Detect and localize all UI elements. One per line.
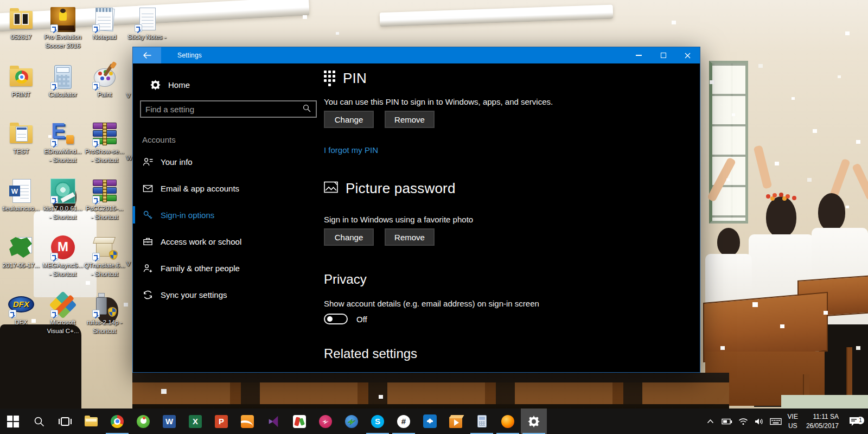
desktop-icon-rufus[interactable]: rufus-2.14p - Shortcut [84, 292, 126, 335]
desktop-icon-test-folder[interactable]: TEST [0, 121, 42, 156]
task-view-button[interactable] [52, 409, 78, 434]
desktop-icon-pscc-rar[interactable]: PsCC2015-... - Shortcut [84, 178, 126, 221]
sidebar-item-family-other-people[interactable]: Family & other people [133, 257, 324, 279]
sidebar-item-email-accounts[interactable]: Email & app accounts [133, 177, 324, 199]
speaker-icon [755, 418, 764, 425]
idm-icon [345, 415, 358, 428]
pin-description: You can use this PIN to sign in to Windo… [324, 97, 678, 106]
media-app-button[interactable] [286, 409, 312, 434]
file-explorer-button[interactable] [78, 409, 104, 434]
desktop-icon-052617[interactable]: 052617 [0, 7, 42, 41]
chrome-button[interactable] [104, 409, 130, 434]
word-icon: W [163, 415, 176, 428]
forgot-pin-link[interactable]: I forgot my PIN [324, 145, 378, 156]
picture-icon [324, 180, 338, 197]
account-details-toggle[interactable] [324, 314, 348, 324]
pin-section-title: PIN [324, 69, 678, 87]
calculator-app-icon [477, 415, 487, 427]
desktop-icon-dfx[interactable]: DFX DFX [0, 292, 42, 327]
tray-wifi-button[interactable] [735, 418, 751, 425]
clock[interactable]: 11:11 SA 26/05/2017 [806, 412, 839, 430]
tray-battery-button[interactable] [719, 418, 735, 425]
desktop-icon-pes2016[interactable]: Pro Evolution Soccer 2016 [42, 7, 84, 50]
search-input[interactable] [141, 105, 298, 114]
desktop-icon-edrawmind[interactable]: E EDrawMind... - Shortcut [42, 121, 84, 164]
hash-app-button[interactable]: # [391, 409, 417, 434]
language-indicator[interactable]: VIE US [788, 412, 798, 430]
excel-button[interactable]: X [182, 409, 208, 434]
firefox-icon [501, 415, 514, 428]
calculator-app-button[interactable] [469, 409, 495, 434]
tray-volume-button[interactable] [751, 418, 768, 425]
idm-button[interactable] [339, 409, 365, 434]
picture-password-section-title: Picture password [324, 179, 678, 197]
visual-studio-button[interactable] [260, 409, 286, 434]
taskbar: W X P S # [0, 409, 868, 434]
desktop-icon-notepad[interactable]: Notepad [84, 7, 126, 41]
picture-change-button[interactable]: Change [324, 228, 374, 246]
desktop-icon-proshow-rar[interactable]: ProShow-se... - Shortcut [84, 121, 126, 164]
hash-app-icon: # [397, 415, 410, 428]
pin-remove-button[interactable]: Remove [385, 111, 435, 128]
powerpoint-button[interactable]: P [208, 409, 234, 434]
word-button[interactable]: W [156, 409, 182, 434]
desktop-icon-visual-cpp[interactable]: Microsoft Visual C+... [42, 292, 84, 335]
start-button[interactable] [0, 409, 26, 434]
tray-keyboard-button[interactable] [768, 418, 784, 425]
maximize-button[interactable] [651, 47, 675, 63]
desktop-icon-megasync[interactable]: M MEGAsyncS... - Shortcut [42, 235, 84, 278]
desktop-icon-paint[interactable]: Paint [84, 64, 126, 99]
picture-remove-button[interactable]: Remove [385, 228, 435, 246]
briefcase-icon [142, 236, 153, 247]
chrome-icon [111, 415, 124, 428]
close-button[interactable] [675, 47, 700, 63]
desktop-icon-word-doc[interactable]: W tieuluancuo... [0, 178, 42, 213]
foxit-button[interactable] [234, 409, 260, 434]
firefox-button[interactable] [495, 409, 521, 434]
settings-app-button[interactable] [521, 409, 547, 434]
tray-date: 26/05/2017 [806, 422, 839, 430]
desktop-icon-sticky-notes[interactable]: Sticky Notes - [126, 7, 168, 41]
battery-icon [722, 418, 732, 425]
skype-icon: S [371, 415, 384, 428]
sidebar-item-access-work-school[interactable]: Access work or school [133, 231, 324, 252]
toggle-state-label: Off [356, 315, 367, 324]
search-box[interactable] [140, 100, 317, 118]
proshow-icon [449, 415, 462, 428]
sidebar-item-home[interactable]: Home [133, 75, 324, 94]
tray-chevron-button[interactable] [703, 419, 719, 424]
teamviewer-icon [423, 414, 437, 428]
pin-change-button[interactable]: Change [324, 111, 374, 128]
settings-window: Settings Home Accounts [132, 47, 700, 373]
selected-accent-bar [133, 206, 135, 224]
desktop-icon-qtranslate[interactable]: QTranslate.6... - Shortcut [84, 235, 126, 278]
pink-arrow-app-button[interactable] [312, 409, 339, 434]
powerpoint-icon: P [215, 415, 228, 428]
coccoc-button[interactable] [130, 409, 156, 434]
search-icon[interactable] [298, 104, 316, 114]
taskbar-search-button[interactable] [26, 409, 52, 434]
back-button[interactable] [133, 47, 161, 63]
title-bar[interactable]: Settings [133, 47, 700, 63]
sidebar-item-your-info[interactable]: Your info [133, 151, 324, 173]
teamviewer-button[interactable] [417, 409, 443, 434]
skype-button[interactable]: S [365, 409, 391, 434]
sidebar-home-label: Home [168, 80, 190, 90]
close-icon [685, 53, 691, 59]
minimize-button[interactable] [627, 47, 651, 63]
system-tray: VIE US 11:11 SA 26/05/2017 1 [703, 409, 868, 434]
desktop-icon-calculator[interactable]: Calculator [42, 64, 84, 99]
sidebar-item-sign-in-options[interactable]: Sign-in options [133, 204, 324, 226]
back-arrow-icon [143, 52, 151, 59]
proshow-button[interactable] [443, 409, 469, 434]
desktop-icon-kaspersky[interactable]: kis17.0.0.61... - Shortcut [42, 178, 84, 221]
privacy-section-title: Privacy [324, 272, 678, 287]
action-center-button[interactable]: 1 [843, 417, 865, 426]
desktop-icon-map-file[interactable]: 2017-05-17... [0, 235, 42, 270]
tray-time: 11:11 SA [806, 412, 839, 421]
touch-keyboard-icon [770, 418, 782, 425]
person-plus-icon [142, 263, 153, 273]
desktop-icon-print-folder[interactable]: PRINT [0, 64, 42, 99]
chevron-up-icon [707, 419, 714, 424]
sidebar-item-sync-settings[interactable]: Sync your settings [133, 284, 324, 305]
